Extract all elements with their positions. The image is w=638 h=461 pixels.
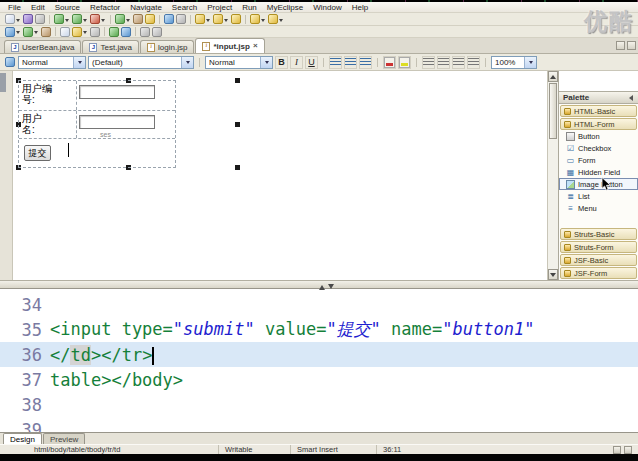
palette-header[interactable]: Palette (559, 91, 638, 104)
palette-item-checkbox[interactable]: ☑ Checkbox (559, 142, 638, 154)
label-user-name[interactable]: 用户 名: (19, 111, 77, 138)
scroll-up-icon[interactable] (548, 71, 558, 82)
bold-button[interactable]: B (275, 56, 288, 69)
chevron-down-icon[interactable] (73, 57, 85, 68)
deploy-dropdown-icon[interactable] (16, 31, 20, 36)
resize-handle[interactable] (235, 122, 240, 127)
console-icon[interactable] (152, 27, 162, 37)
new-jsp-icon[interactable] (72, 27, 82, 37)
palette-item-list[interactable]: ≣ List (559, 190, 638, 202)
new-file-dropdown-icon[interactable] (16, 19, 20, 24)
new-web-project-icon[interactable] (60, 27, 70, 37)
print-icon[interactable] (35, 14, 45, 24)
back-dropdown-icon[interactable] (261, 19, 265, 24)
tab-input-jsp[interactable]: ʲ *input.jsp × (195, 38, 264, 53)
run-icon[interactable] (72, 14, 82, 24)
font-color-button[interactable] (383, 56, 396, 69)
database-explorer-icon[interactable] (41, 27, 51, 37)
menu-project[interactable]: Project (202, 3, 237, 12)
tab-login-jsp[interactable]: ʲ login.jsp (140, 40, 194, 53)
format-painter-icon[interactable] (5, 57, 15, 67)
submit-design-button[interactable]: 提交 (24, 145, 51, 161)
user-name-text-field[interactable] (79, 115, 155, 129)
palette-group-struts-form[interactable]: Struts-Form (560, 241, 637, 253)
previous-annotation-dropdown-icon[interactable] (224, 19, 228, 24)
palette-item-menu[interactable]: ≡ Menu (559, 202, 638, 214)
menu-source[interactable]: Source (50, 3, 85, 12)
code-text[interactable]: table></body> (50, 370, 183, 390)
collapse-palette-icon[interactable] (626, 95, 633, 101)
table-cell[interactable] (77, 81, 175, 110)
resize-handle[interactable] (235, 165, 240, 170)
numbered-list-button[interactable] (452, 56, 465, 69)
toggle-mark-occurrences-icon[interactable] (176, 14, 186, 24)
tab-design[interactable]: Design (3, 433, 42, 444)
next-annotation-dropdown-icon[interactable] (206, 19, 210, 24)
new-java-class-icon[interactable] (115, 14, 125, 24)
indent-button[interactable] (437, 56, 450, 69)
maximize-editor-icon[interactable] (627, 41, 636, 50)
refresh-icon[interactable] (140, 27, 150, 37)
bullet-list-button[interactable] (467, 56, 480, 69)
forward-icon[interactable] (268, 14, 278, 24)
align-right-button[interactable] (359, 56, 372, 69)
menu-file[interactable]: File (3, 3, 26, 12)
external-tools-icon[interactable] (90, 14, 100, 24)
palette-item-image-button[interactable]: Image Button (559, 178, 638, 190)
menu-myeclipse[interactable]: MyEclipse (262, 3, 308, 12)
palette-group-html-form[interactable]: HTML-Form (560, 118, 637, 130)
menu-window[interactable]: Window (308, 3, 346, 12)
source-editor[interactable]: 34 35 <input type="submit" value="提交" na… (0, 289, 638, 432)
run-dropdown-icon[interactable] (83, 19, 87, 24)
chevron-down-icon[interactable] (181, 57, 193, 68)
debug-dropdown-icon[interactable] (65, 19, 69, 24)
font-select[interactable]: (Default) (88, 56, 194, 69)
run-server-dropdown-icon[interactable] (34, 31, 38, 36)
design-vertical-scrollbar[interactable] (547, 71, 558, 280)
palette-group-jsf-basic[interactable]: JSF-Basic (560, 254, 637, 266)
chevron-down-icon[interactable] (260, 57, 272, 68)
menu-search[interactable]: Search (167, 3, 202, 12)
new-package-icon[interactable] (133, 14, 143, 24)
chevron-down-icon[interactable] (524, 57, 536, 68)
collapse-down-icon[interactable] (328, 284, 334, 292)
resize-handle[interactable] (235, 78, 240, 83)
debug-icon[interactable] (54, 14, 64, 24)
next-annotation-icon[interactable] (195, 14, 205, 24)
deploy-project-icon[interactable] (5, 27, 15, 37)
new-class-dropdown-icon[interactable] (126, 19, 130, 24)
palette-group-struts-basic[interactable]: Struts-Basic (560, 228, 637, 240)
menu-help[interactable]: Help (347, 3, 373, 12)
tab-test-java[interactable]: J Test.java (82, 40, 139, 53)
menu-refactor[interactable]: Refactor (85, 3, 125, 12)
collapse-up-icon[interactable] (319, 282, 325, 290)
palette-item-button[interactable]: Button (559, 130, 638, 142)
tab-preview[interactable]: Preview (43, 433, 85, 444)
search-icon[interactable] (164, 14, 174, 24)
palette-group-jsf-form[interactable]: JSF-Form (560, 267, 637, 279)
style-select[interactable]: Normal (205, 56, 273, 69)
outdent-button[interactable] (422, 56, 435, 69)
hand-tool-icon[interactable] (4, 73, 6, 92)
palette-item-hidden-field[interactable]: ▦ Hidden Field (559, 166, 638, 178)
code-text[interactable]: </td></tr> (50, 345, 154, 365)
design-canvas[interactable]: 用户编 号: 用户 名: (13, 71, 547, 280)
user-id-text-field[interactable] (79, 85, 155, 99)
palette-item-form[interactable]: ▭ Form (559, 154, 638, 166)
external-tools-dropdown-icon[interactable] (101, 19, 105, 24)
table-cell[interactable] (77, 111, 175, 138)
label-user-id[interactable]: 用户编 号: (19, 81, 77, 110)
zoom-select[interactable]: 100% (491, 56, 537, 69)
last-edit-location-icon[interactable] (231, 14, 241, 24)
menu-edit[interactable]: Edit (26, 3, 50, 12)
underline-button[interactable]: U (305, 56, 318, 69)
heap-status-icon[interactable] (624, 446, 632, 454)
italic-button[interactable]: I (290, 56, 303, 69)
tab-close-icon[interactable]: × (253, 42, 258, 50)
palette-group-html-basic[interactable]: HTML-Basic (560, 105, 637, 117)
design-table[interactable]: 用户编 号: 用户 名: (18, 80, 176, 168)
new-file-icon[interactable] (5, 14, 15, 24)
web-browser-icon[interactable] (121, 27, 131, 37)
code-text[interactable]: <input type="submit" value="提交" name="bu… (50, 318, 534, 341)
minimize-editor-icon[interactable] (616, 41, 625, 50)
